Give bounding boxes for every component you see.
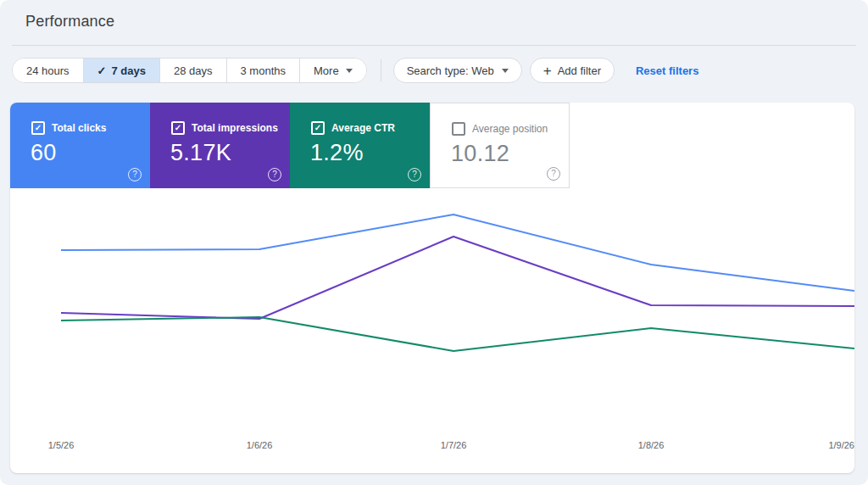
performance-report-card: ✓ Total clicks 60 ? ✓ Total impressions …	[10, 103, 854, 473]
check-icon: ✓	[175, 124, 181, 132]
x-axis-label: 1/5/26	[48, 440, 75, 450]
reset-filters-link[interactable]: Reset filters	[631, 64, 704, 78]
metric-label: Total impressions	[192, 122, 278, 134]
metric-value: 5.17K	[170, 140, 231, 166]
metric-label: Average CTR	[331, 122, 395, 134]
metric-value: 10.12	[451, 141, 509, 167]
date-range-label: 3 months	[241, 64, 286, 77]
checkbox-icon[interactable]: ✓	[31, 121, 45, 135]
date-range-24-hours[interactable]: ✓ 24 hours	[13, 59, 83, 82]
checkbox-icon[interactable]: ✓	[452, 122, 465, 136]
metric-tile-average-ctr[interactable]: ✓ Average CTR 1.2% ?	[290, 103, 430, 188]
metric-header: ✓ Average position	[452, 122, 548, 136]
checkbox-icon[interactable]: ✓	[171, 121, 185, 135]
chart-x-axis: 1/5/261/6/261/7/261/8/261/9/26	[10, 440, 854, 454]
date-range-label: More	[314, 64, 339, 77]
metric-label: Average position	[472, 123, 548, 135]
metric-header: ✓ Total impressions	[171, 121, 278, 135]
plus-icon: +	[543, 64, 552, 78]
metric-tile-total-clicks[interactable]: ✓ Total clicks 60 ?	[10, 103, 150, 188]
toolbar-divider	[381, 59, 381, 81]
chevron-down-icon	[346, 69, 353, 73]
search-console-performance-page: Performance ✓ 24 hours ✓ 7 days ✓ 28 day…	[0, 0, 868, 485]
x-axis-label: 1/7/26	[441, 440, 467, 450]
metric-value: 60	[31, 140, 57, 166]
header-divider	[12, 45, 856, 46]
help-icon[interactable]: ?	[547, 167, 560, 181]
metric-label: Total clicks	[52, 122, 106, 134]
metric-tile-total-impressions[interactable]: ✓ Total impressions 5.17K ?	[150, 103, 290, 188]
check-icon: ✓	[35, 124, 42, 132]
date-range-label: 28 days	[174, 64, 213, 77]
selected-check-icon: ✓	[97, 64, 107, 77]
x-axis-label: 1/8/26	[638, 440, 665, 450]
check-icon: ✓	[314, 124, 321, 132]
metric-tiles: ✓ Total clicks 60 ? ✓ Total impressions …	[10, 103, 570, 188]
chart-line-average-ctr	[61, 317, 854, 351]
chart-line-total-clicks	[61, 215, 854, 291]
add-filter-button[interactable]: + Add filter	[530, 58, 615, 83]
x-axis-label: 1/6/26	[247, 440, 273, 450]
metric-header: ✓ Average CTR	[311, 121, 395, 135]
performance-line-chart[interactable]	[10, 188, 854, 443]
chevron-down-icon	[502, 69, 509, 73]
date-range-7-days[interactable]: ✓ 7 days	[83, 59, 159, 82]
date-range-3-months[interactable]: ✓ 3 months	[226, 59, 299, 82]
x-axis-label: 1/9/26	[828, 440, 854, 450]
filter-toolbar: ✓ 24 hours ✓ 7 days ✓ 28 days ✓ 3 months…	[12, 58, 704, 83]
metric-tile-average-position[interactable]: ✓ Average position 10.12 ?	[430, 103, 570, 188]
search-type-dropdown[interactable]: Search type: Web	[393, 58, 522, 83]
date-range-selector: ✓ 24 hours ✓ 7 days ✓ 28 days ✓ 3 months…	[12, 58, 367, 83]
page-title: Performance	[25, 13, 114, 31]
add-filter-label: Add filter	[558, 64, 601, 77]
metric-header: ✓ Total clicks	[31, 121, 106, 135]
help-icon[interactable]: ?	[408, 168, 421, 181]
date-range-label: 7 days	[112, 64, 146, 77]
date-range-more-menu[interactable]: ✓ More	[299, 59, 366, 82]
metric-value: 1.2%	[310, 140, 364, 166]
help-icon[interactable]: ?	[268, 168, 281, 181]
date-range-28-days[interactable]: ✓ 28 days	[159, 59, 226, 82]
search-type-label: Search type: Web	[407, 64, 494, 77]
checkbox-icon[interactable]: ✓	[311, 121, 325, 135]
date-range-label: 24 hours	[26, 64, 70, 77]
help-icon[interactable]: ?	[128, 168, 142, 181]
